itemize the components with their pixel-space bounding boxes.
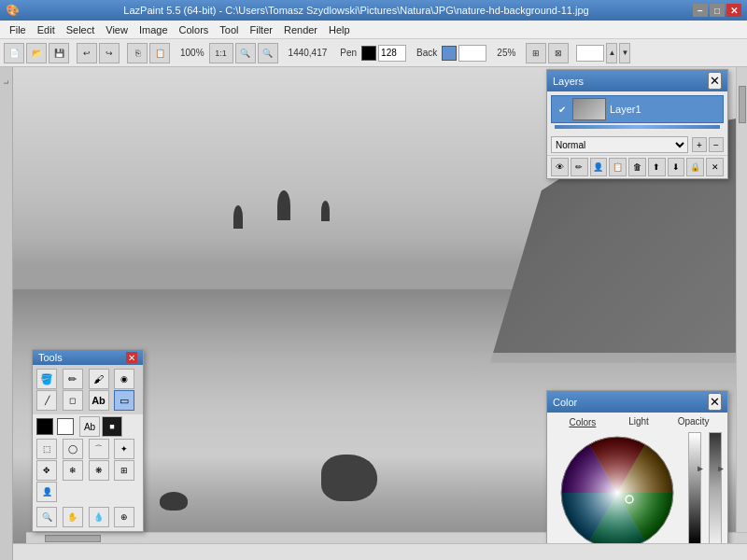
layer-group-btn[interactable]: 👤 [590,158,608,176]
foreground-color-box[interactable] [361,46,376,61]
opacity-input[interactable]: 255 [576,45,604,62]
layer-del-btn[interactable]: 🗑 [628,158,646,176]
lasso-tool[interactable]: ⌒ [89,439,109,459]
one-to-one-button[interactable]: 1:1 [209,43,233,63]
magic-wand-tool[interactable]: ✦ [114,439,134,459]
layer-visibility-icon[interactable]: ✔ [556,103,569,116]
menu-item-edit[interactable]: Edit [32,22,61,37]
blend-mode-select[interactable]: Normal Multiply Screen Overlay [551,136,688,153]
color-wheel-svg[interactable] [557,432,678,553]
background-color-box[interactable] [442,46,457,61]
paste-button[interactable]: 📋 [149,43,170,63]
zoom-out-button[interactable]: 🔍 [258,43,278,63]
tree-3 [321,201,330,221]
color-panel-close[interactable]: ✕ [708,393,722,411]
layer-opacity-bar [555,125,720,129]
opacity-up[interactable]: ▲ [606,43,617,63]
line-tool[interactable]: ╱ [36,390,57,411]
person-tool[interactable]: 👤 [36,482,57,502]
zoom-percent: 25% [494,48,518,58]
layer-edit-btn[interactable]: ✏ [571,158,588,176]
layer-zoom-out[interactable]: − [709,137,724,152]
paint-bucket-tool[interactable]: 🪣 [36,369,57,389]
menu-item-view[interactable]: View [100,22,134,37]
eyedropper-tool[interactable]: 💧 [89,507,109,527]
zoom-in-button[interactable]: 🔍 [235,43,256,63]
new-button[interactable]: 📄 [4,43,24,63]
minimize-button[interactable]: − [693,4,708,17]
color-wheel-container[interactable] [551,432,683,553]
menu-item-help[interactable]: Help [323,22,356,37]
menu-item-select[interactable]: Select [61,22,101,37]
vertical-scrollbar[interactable] [736,67,747,532]
extra-tb-btn2[interactable]: ⊠ [548,43,569,63]
hand-tool[interactable]: ✋ [63,507,83,527]
light-tab[interactable]: Light [628,416,649,428]
foreground-color[interactable] [36,418,53,435]
menu-item-filter[interactable]: Filter [245,22,278,37]
crop-tool[interactable]: ⊞ [114,460,134,481]
menu-item-file[interactable]: File [4,22,32,37]
layer-up-btn[interactable]: ⬆ [648,158,666,176]
h-scroll-thumb[interactable] [45,535,101,542]
layer-item[interactable]: ✔ Layer1 [551,95,724,123]
layers-toolbar: 👁 ✏ 👤 📋 🗑 ⬆ ⬇ 🔒 ✕ [547,155,727,178]
redo-button[interactable]: ↪ [99,43,120,63]
layer-zoom-in[interactable]: + [692,137,707,152]
menu-item-render[interactable]: Render [278,22,323,37]
toolbar: 📄 📂 💾 ↩ ↪ ⎘ 📋 100% 1:1 🔍 🔍 1440,417 Pen … [0,39,747,67]
pencil-tool[interactable]: ✏ [63,369,83,389]
window-title: LazPaint 5.5 (64-bit) - C:\Users\Tomasz … [20,5,693,16]
back-label: Back [414,48,440,58]
extra-tb-btn1[interactable]: ⊞ [526,43,546,63]
select-ellipse-tool[interactable]: ◯ [63,439,83,459]
extra-tool[interactable]: ⊕ [114,507,134,527]
close-button[interactable]: ✕ [726,4,741,17]
main-area: L Tools ✕ [0,67,747,560]
open-button[interactable]: 📂 [26,43,47,63]
layer-add-btn[interactable]: 👁 [551,158,569,176]
light-slider[interactable] [688,432,701,544]
text-tool-2[interactable]: ■ [102,416,122,437]
layers-panel-close[interactable]: ✕ [708,72,722,90]
select-rect-tool[interactable]: ⬚ [36,439,57,459]
opacity-slider[interactable] [709,432,722,544]
colors-tab[interactable]: Colors [565,416,599,428]
text-tool[interactable]: Ab [89,390,109,411]
menu-item-image[interactable]: Image [134,22,174,37]
opacity-down[interactable]: ▼ [619,43,630,63]
move-tool[interactable]: ✥ [36,460,57,481]
deform-tool[interactable]: ❋ [89,460,109,481]
tools-grid: 🪣 ✏ 🖌 ◉ ╱ ◻ Ab ▭ [33,365,143,414]
maximize-button[interactable]: □ [710,4,725,17]
menu-item-colors[interactable]: Colors [174,22,215,37]
eraser-tool[interactable]: ◻ [63,390,83,411]
tools-panel-close[interactable]: ✕ [126,352,137,363]
back-value-input[interactable]: 192 [458,45,486,62]
background-color[interactable] [57,418,74,435]
opacity-slider-handle [718,466,724,471]
copy-button[interactable]: ⎘ [127,43,148,63]
title-bar: 🎨 LazPaint 5.5 (64-bit) - C:\Users\Tomas… [0,0,747,21]
pen-size-input[interactable] [378,45,406,62]
brush-tool[interactable]: 🖌 [89,369,109,389]
ab-tool-btn[interactable]: Ab [79,416,100,437]
layer-lock-btn[interactable]: 🔒 [686,158,704,176]
redeye-tool[interactable]: ◉ [114,369,134,389]
opacity-tab[interactable]: Opacity [678,416,710,428]
menu-item-tool[interactable]: Tool [214,22,244,37]
v-scroll-thumb[interactable] [739,86,746,123]
canvas-area[interactable]: Tools ✕ 🪣 ✏ 🖌 ◉ ╱ ◻ Ab ▭ Ab ■ [13,67,747,560]
color-panel-title: Color [553,397,577,408]
layer-down-btn[interactable]: ⬇ [668,158,685,176]
tools-panel-header: Tools ✕ [33,350,143,365]
zoom-tool[interactable]: 🔍 [36,507,57,527]
layer-close-btn[interactable]: ✕ [706,158,724,176]
undo-button[interactable]: ↩ [77,43,97,63]
title-controls: − □ ✕ [693,4,741,17]
tool-colors: Ab ■ [33,414,143,439]
rectangle-tool[interactable]: ▭ [114,390,134,411]
save-button[interactable]: 💾 [49,43,69,63]
snowflake-tool[interactable]: ❄ [63,460,83,481]
layer-copy-btn[interactable]: 📋 [609,158,627,176]
